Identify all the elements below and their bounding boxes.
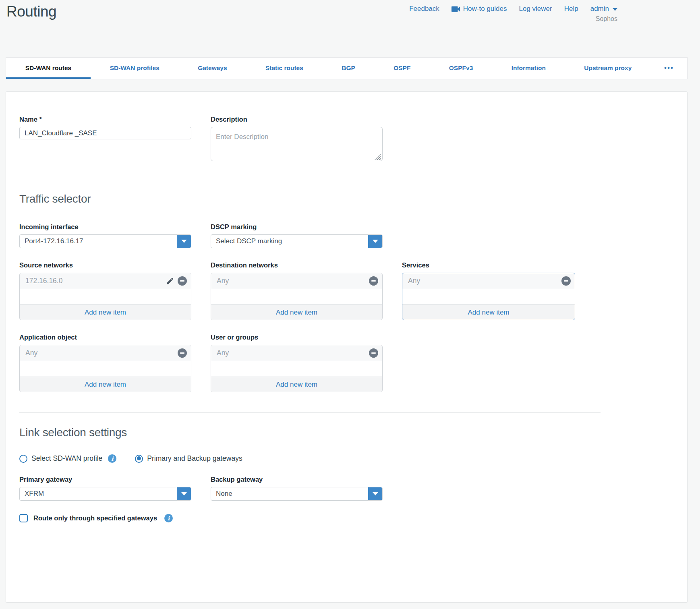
radio-select-sdwan-profile[interactable]: Select SD-WAN profile i xyxy=(19,454,116,463)
log-viewer-link[interactable]: Log viewer xyxy=(519,5,552,13)
dscp-marking-value: Select DSCP marking xyxy=(211,235,368,248)
add-new-item-button[interactable]: Add new item xyxy=(20,304,191,320)
add-new-item-button[interactable]: Add new item xyxy=(20,377,191,392)
feedback-link[interactable]: Feedback xyxy=(409,5,439,13)
panel-empty-space xyxy=(211,361,382,377)
info-icon[interactable]: i xyxy=(108,454,116,463)
name-input[interactable] xyxy=(19,127,191,139)
source-networks-label: Source networks xyxy=(19,261,191,269)
description-textarea[interactable] xyxy=(211,127,383,161)
panel-empty-space xyxy=(20,361,191,377)
incoming-interface-select[interactable]: Port4-172.16.16.17 xyxy=(19,234,191,248)
backup-gateway-select[interactable]: None xyxy=(211,487,383,501)
tab-more-menu[interactable]: ••• xyxy=(651,58,687,79)
brand-label: Sophos xyxy=(596,15,617,23)
incoming-interface-label: Incoming interface xyxy=(19,223,191,231)
page-header: Routing Feedback How-to guides Log viewe… xyxy=(0,0,700,57)
application-object-label: Application object xyxy=(19,334,191,341)
remove-item-icon[interactable] xyxy=(369,276,378,286)
traffic-selector-heading: Traffic selector xyxy=(19,193,601,205)
add-new-item-button[interactable]: Add new item xyxy=(211,377,382,392)
tab-information[interactable]: Information xyxy=(492,58,565,79)
panel-empty-space xyxy=(211,289,382,304)
description-label: Description xyxy=(211,116,383,123)
user-or-groups-panel: Any Add new item xyxy=(211,345,383,392)
list-item: Any xyxy=(211,345,382,361)
video-icon xyxy=(451,6,460,12)
route-only-checkbox[interactable] xyxy=(19,514,28,522)
remove-item-icon[interactable] xyxy=(369,348,378,358)
feedback-label: Feedback xyxy=(409,5,439,13)
radio-checked-icon[interactable] xyxy=(135,455,143,463)
chevron-down-icon[interactable] xyxy=(177,487,191,500)
tab-ospf[interactable]: OSPF xyxy=(375,58,430,79)
radio-icon[interactable] xyxy=(19,455,27,463)
tab-sdwan-routes[interactable]: SD-WAN routes xyxy=(6,58,91,79)
panel-empty-space xyxy=(20,289,191,304)
radio-primary-backup-gateways[interactable]: Primary and Backup gateways xyxy=(135,454,242,463)
name-label: Name * xyxy=(19,116,191,123)
add-new-item-button[interactable]: Add new item xyxy=(402,304,575,320)
user-or-groups-label: User or groups xyxy=(211,334,383,341)
destination-networks-panel: Any Add new item xyxy=(211,273,383,320)
list-item: Any xyxy=(211,273,382,289)
admin-menu[interactable]: admin xyxy=(590,5,617,13)
routing-tabbar: SD-WAN routes SD-WAN profiles Gateways S… xyxy=(6,57,688,79)
log-viewer-label: Log viewer xyxy=(519,5,552,13)
primary-gateway-select[interactable]: XFRM xyxy=(19,487,191,501)
source-networks-panel: 172.16.16.0 Add new item xyxy=(19,273,191,320)
service-value: Any xyxy=(408,277,561,285)
remove-item-icon[interactable] xyxy=(561,276,571,286)
list-item: 172.16.16.0 xyxy=(20,273,191,289)
backup-gateway-label: Backup gateway xyxy=(211,476,383,483)
primary-gateway-value: XFRM xyxy=(20,487,177,500)
chevron-down-icon[interactable] xyxy=(177,235,191,248)
dscp-marking-label: DSCP marking xyxy=(211,223,383,231)
page-title: Routing xyxy=(6,3,56,20)
sdwan-route-form-card: Name * Description Traffic selector Inco… xyxy=(6,91,688,603)
primary-gateway-label: Primary gateway xyxy=(19,476,191,483)
dscp-marking-select[interactable]: Select DSCP marking xyxy=(211,234,383,248)
help-label: Help xyxy=(564,5,578,13)
tab-static-routes[interactable]: Static routes xyxy=(246,58,322,79)
remove-item-icon[interactable] xyxy=(178,276,187,286)
application-object-value: Any xyxy=(25,349,178,357)
link-selection-heading: Link selection settings xyxy=(19,426,601,439)
source-network-value: 172.16.16.0 xyxy=(25,277,166,285)
tab-upstream-proxy[interactable]: Upstream proxy xyxy=(565,58,651,79)
services-label: Services xyxy=(402,261,575,269)
destination-network-value: Any xyxy=(217,277,369,285)
how-to-guides-link[interactable]: How-to guides xyxy=(451,5,507,13)
chevron-down-icon[interactable] xyxy=(368,487,382,500)
admin-label: admin xyxy=(590,5,609,13)
radio-select-sdwan-profile-label: Select SD-WAN profile xyxy=(31,454,102,463)
destination-networks-label: Destination networks xyxy=(211,261,383,269)
list-item: Any xyxy=(20,345,191,361)
top-navigation: Feedback How-to guides Log viewer Help a… xyxy=(409,5,617,13)
backup-gateway-value: None xyxy=(211,487,368,500)
panel-empty-space xyxy=(402,289,575,304)
tab-sdwan-profiles[interactable]: SD-WAN profiles xyxy=(91,58,179,79)
route-only-checkbox-label: Route only through specified gateways xyxy=(33,514,157,522)
tab-gateways[interactable]: Gateways xyxy=(178,58,246,79)
application-object-panel: Any Add new item xyxy=(19,345,191,392)
incoming-interface-value: Port4-172.16.16.17 xyxy=(20,235,177,248)
edit-icon[interactable] xyxy=(166,277,174,285)
tab-bgp[interactable]: BGP xyxy=(323,58,375,79)
info-icon[interactable]: i xyxy=(164,514,173,522)
caret-down-icon xyxy=(613,8,617,11)
section-divider xyxy=(19,179,601,179)
help-link[interactable]: Help xyxy=(564,5,578,13)
list-item: Any xyxy=(402,273,575,289)
tab-ospfv3[interactable]: OSPFv3 xyxy=(430,58,492,79)
section-divider xyxy=(19,412,601,413)
how-to-guides-label: How-to guides xyxy=(463,5,507,13)
radio-primary-backup-gateways-label: Primary and Backup gateways xyxy=(147,454,242,463)
user-or-groups-value: Any xyxy=(217,349,369,357)
chevron-down-icon[interactable] xyxy=(368,235,382,248)
services-panel: Any Add new item xyxy=(402,273,575,320)
add-new-item-button[interactable]: Add new item xyxy=(211,304,382,320)
remove-item-icon[interactable] xyxy=(178,348,187,358)
